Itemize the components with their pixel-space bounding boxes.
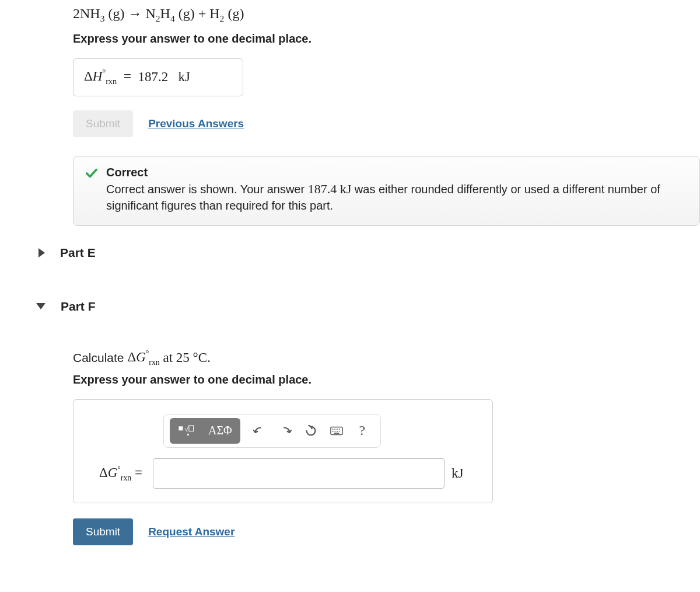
delta-g-input-label: ΔG°rxn = xyxy=(88,465,146,482)
feedback-title: Correct xyxy=(106,166,688,179)
templates-button[interactable]: √ xyxy=(172,420,200,441)
redo-button[interactable] xyxy=(273,419,298,443)
feedback-box: Correct Correct answer is shown. Your an… xyxy=(73,156,700,226)
svg-point-7 xyxy=(337,429,338,430)
delta-h-label: ΔH°rxn xyxy=(84,69,117,83)
part-f-header[interactable]: Part F xyxy=(35,280,700,333)
chevron-right-icon xyxy=(38,248,45,257)
part-d-answer-value: 187.2 xyxy=(138,69,169,83)
previous-answers-link[interactable]: Previous Answers xyxy=(148,117,244,130)
feedback-body: Correct answer is shown. Your answer 187… xyxy=(106,180,688,214)
equals-sign: = xyxy=(124,69,131,83)
svg-point-9 xyxy=(332,431,333,432)
svg-point-10 xyxy=(334,431,335,432)
svg-rect-0 xyxy=(178,426,183,430)
answer-unit-label: kJ xyxy=(452,466,463,481)
answer-input[interactable] xyxy=(153,458,444,489)
toolbar-template-group: √ ΑΣΦ xyxy=(170,418,240,444)
request-answer-link[interactable]: Request Answer xyxy=(148,525,235,538)
part-d-prompt: Express your answer to one decimal place… xyxy=(73,32,700,46)
part-f-region: Calculate ΔG°rxn at 25 °C. Express your … xyxy=(73,350,700,545)
part-d-region: 2NH3 (g) → N2H4 (g) + H2 (g) Express you… xyxy=(73,6,700,226)
part-f-button-row: Submit Request Answer xyxy=(73,518,700,545)
part-f-question: Calculate ΔG°rxn at 25 °C. xyxy=(73,350,700,367)
undo-button[interactable] xyxy=(247,419,272,443)
answer-input-row: ΔG°rxn = kJ xyxy=(88,458,476,489)
svg-rect-13 xyxy=(334,433,339,434)
keyboard-button[interactable] xyxy=(324,419,349,443)
greek-symbols-button[interactable]: ΑΣΦ xyxy=(202,420,238,441)
part-d-answer-readout: ΔH°rxn = 187.2 kJ xyxy=(73,58,243,96)
delta-g-symbol: ΔG°rxn xyxy=(127,350,159,364)
svg-text:√: √ xyxy=(184,425,188,433)
part-d-button-row: Submit Previous Answers xyxy=(73,110,700,137)
part-e-header[interactable]: Part E xyxy=(35,226,700,280)
svg-point-6 xyxy=(334,429,335,430)
equation-toolbar: √ ΑΣΦ ? xyxy=(163,414,381,448)
part-f-prompt: Express your answer to one decimal place… xyxy=(73,373,700,386)
svg-rect-3 xyxy=(187,434,189,436)
svg-point-11 xyxy=(337,431,338,432)
svg-rect-2 xyxy=(189,426,194,431)
feedback-user-value: 187.4 kJ xyxy=(308,182,352,196)
submit-button[interactable]: Submit xyxy=(73,518,133,545)
part-e-title: Part E xyxy=(60,246,96,260)
feedback-text: Correct Correct answer is shown. Your an… xyxy=(106,166,688,214)
reset-button[interactable] xyxy=(299,419,323,443)
svg-point-5 xyxy=(332,429,333,430)
part-d-answer-unit: kJ xyxy=(178,69,190,83)
submit-button-disabled: Submit xyxy=(73,110,133,137)
chevron-down-icon xyxy=(36,303,46,309)
part-f-title: Part F xyxy=(61,300,96,314)
help-button[interactable]: ? xyxy=(350,419,374,443)
svg-point-12 xyxy=(338,431,340,432)
checkmark-icon xyxy=(85,167,98,180)
reaction-equation: 2NH3 (g) → N2H4 (g) + H2 (g) xyxy=(73,6,700,24)
svg-point-8 xyxy=(338,429,340,430)
answer-input-card: √ ΑΣΦ ? xyxy=(73,399,493,503)
